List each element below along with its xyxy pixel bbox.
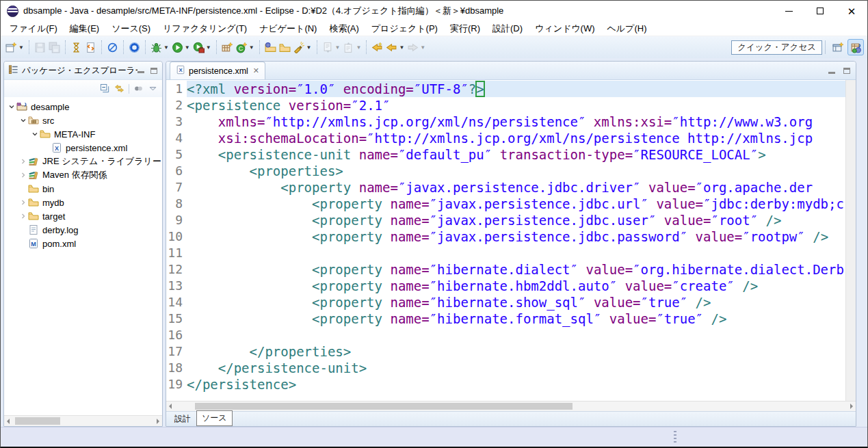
expander-collapsed-icon[interactable]	[18, 212, 28, 220]
sync-button[interactable]	[83, 39, 98, 55]
code-text[interactable]: <property name=″hibernate.dialect″ value…	[187, 261, 845, 278]
code-text[interactable]: xsi:schemaLocation=″http://xmlns.jcp.org…	[187, 130, 845, 146]
open-perspective-button[interactable]	[830, 39, 846, 55]
save-all-button[interactable]	[47, 39, 62, 55]
scroll-right-icon[interactable]	[157, 419, 159, 424]
tree-item-mydb[interactable]: mydb	[4, 196, 162, 209]
maximize-button[interactable]	[804, 1, 836, 21]
expander-collapsed-icon[interactable]	[18, 157, 28, 166]
code-line[interactable]: 19</persistence>	[166, 376, 845, 393]
code-text[interactable]: <property name=″hibernate.format_sql″ va…	[187, 311, 845, 327]
code-text[interactable]: <persistence version=″2.1″	[187, 97, 845, 114]
code-text[interactable]: <property name=″javax.persistence.jdbc.u…	[187, 196, 845, 212]
save-button[interactable]	[33, 39, 47, 55]
editor-minimize-button[interactable]	[828, 68, 835, 74]
link-with-editor-icon[interactable]	[114, 83, 124, 94]
code-line[interactable]: 15 <property name=″hibernate.format_sql″…	[166, 311, 845, 327]
scroll-up-icon[interactable]	[848, 83, 854, 88]
external-tools-button[interactable]: ▼	[192, 39, 213, 55]
scroll-left-icon[interactable]	[7, 419, 10, 424]
menu-item[interactable]: プロジェクト(P)	[365, 21, 444, 36]
search-button[interactable]: ▼	[292, 39, 313, 55]
code-text[interactable]: <property name=″javax.persistence.jdbc.d…	[187, 179, 845, 196]
back-button[interactable]: ▼	[384, 39, 406, 55]
dropdown-arrow-icon[interactable]: ▼	[163, 44, 169, 51]
page-tab-design[interactable]: 設計	[170, 412, 196, 426]
code-line[interactable]: 14 <property name=″hibernate.show_sql″ v…	[166, 294, 845, 311]
menu-item[interactable]: 実行(R)	[444, 21, 486, 36]
tree-item-src[interactable]: src	[4, 114, 162, 127]
quick-access-box[interactable]: クイック・アクセス	[731, 40, 822, 55]
code-line[interactable]: 10 <property name=″javax.persistence.jdb…	[166, 228, 845, 245]
tree-item-bin[interactable]: bin	[4, 182, 162, 196]
open-folder-button[interactable]	[278, 39, 292, 55]
dropdown-arrow-icon[interactable]: ▼	[206, 44, 211, 51]
menu-item[interactable]: 設計(D)	[486, 21, 529, 36]
tree-item-JRE-[interactable]: JRE システム・ライブラリー[JavaSE-1	[4, 155, 162, 168]
dropdown-arrow-icon[interactable]: ▼	[18, 44, 24, 51]
code-text[interactable]: </persistence>	[187, 376, 845, 393]
code-line[interactable]: 4 xsi:schemaLocation=″http://xmlns.jcp.o…	[166, 130, 845, 146]
expander-expanded-icon[interactable]	[30, 130, 40, 138]
code-text[interactable]: <?xml version=″1.0″ encoding=″UTF-8″?>	[187, 81, 845, 97]
skip-breakpoints-button[interactable]	[105, 39, 120, 55]
code-line[interactable]: 7 <property name=″javax.persistence.jdbc…	[166, 179, 845, 196]
code-text[interactable]: <property name=″javax.persistence.jdbc.u…	[187, 212, 845, 228]
dropdown-arrow-icon[interactable]: ▼	[420, 44, 425, 51]
next-annotation-button[interactable]: ▼	[321, 39, 342, 55]
tree-item-persistence.xml[interactable]: Xpersistence.xml	[4, 141, 162, 155]
menu-item[interactable]: ウィンドウ(W)	[529, 21, 601, 36]
new-wizard-button[interactable]: ▼	[4, 39, 25, 55]
tree-item-Maven-[interactable]: Maven 依存関係	[4, 168, 162, 182]
dropdown-arrow-icon[interactable]: ▼	[356, 44, 361, 51]
run-button[interactable]: ▼	[170, 39, 192, 55]
tree-item-derby.log[interactable]: derby.log	[4, 223, 162, 237]
scroll-left-icon[interactable]	[169, 404, 172, 409]
package-explorer-hscrollbar[interactable]	[4, 415, 162, 426]
code-line[interactable]: 2<persistence version=″2.1″	[166, 97, 845, 114]
code-text[interactable]: <properties>	[187, 163, 845, 179]
editor-vscrollbar[interactable]	[845, 80, 856, 401]
view-maximize-button[interactable]	[150, 68, 157, 74]
code-line[interactable]: 8 <property name=″javax.persistence.jdbc…	[166, 196, 845, 212]
code-line[interactable]: 3 xmlns=″http://xmlns.jcp.org/xml/ns/per…	[166, 114, 845, 130]
expander-expanded-icon[interactable]	[7, 103, 16, 111]
tree-item-desample[interactable]: Mdesample	[4, 100, 162, 114]
menu-item[interactable]: ソース(S)	[105, 21, 157, 36]
code-line[interactable]: 9 <property name=″javax.persistence.jdbc…	[166, 212, 845, 228]
scroll-down-icon[interactable]	[848, 393, 854, 398]
forward-button[interactable]: ▼	[406, 39, 427, 55]
editor-tab-persistence-xml[interactable]: X persistence.xml ✕	[170, 62, 265, 79]
view-menu-icon[interactable]	[148, 83, 158, 94]
expander-collapsed-icon[interactable]	[18, 198, 28, 207]
menu-item[interactable]: ファイル(F)	[3, 21, 64, 36]
code-line[interactable]: 11	[166, 245, 845, 261]
menu-item[interactable]: ヘルプ(H)	[601, 21, 653, 36]
code-text[interactable]: <property name=″javax.persistence.jdbc.p…	[187, 228, 845, 245]
tree-item-pom.xml[interactable]: Mpom.xml	[4, 237, 162, 250]
code-line[interactable]: 18 </persistence-unit>	[166, 360, 845, 376]
code-text[interactable]: </properties>	[187, 343, 845, 360]
scroll-right-icon[interactable]	[850, 404, 853, 409]
code-text[interactable]	[187, 327, 845, 343]
code-line[interactable]: 12 <property name=″hibernate.dialect″ va…	[166, 261, 845, 278]
dropdown-arrow-icon[interactable]: ▼	[306, 44, 312, 51]
tab-close-icon[interactable]: ✕	[253, 66, 259, 75]
new-java-project-button[interactable]	[220, 39, 235, 55]
build-all-button[interactable]	[69, 39, 83, 55]
code-text[interactable]: <property name=″hibernate.hbm2ddl.auto″ …	[187, 278, 845, 294]
code-text[interactable]: <persistence-unit name=″default_pu″ tran…	[187, 146, 845, 163]
import-folder-button[interactable]	[263, 39, 278, 55]
new-class-button[interactable]: C▼	[235, 39, 256, 55]
view-minimize-button[interactable]	[137, 68, 144, 73]
code-line[interactable]: 5 <persistence-unit name=″default_pu″ tr…	[166, 146, 845, 163]
dropdown-arrow-icon[interactable]: ▼	[185, 44, 190, 51]
minimize-button[interactable]	[773, 1, 804, 21]
code-text[interactable]: xmlns=″http://xmlns.jcp.org/xml/ns/persi…	[187, 114, 845, 130]
code-line[interactable]: 13 <property name=″hibernate.hbm2ddl.aut…	[166, 278, 845, 294]
dropdown-arrow-icon[interactable]: ▼	[335, 44, 341, 51]
code-text[interactable]	[187, 245, 845, 261]
debug-ui-button[interactable]	[127, 39, 142, 55]
menu-item[interactable]: 編集(E)	[64, 21, 105, 36]
prev-annotation-button[interactable]: ▼	[341, 39, 363, 55]
